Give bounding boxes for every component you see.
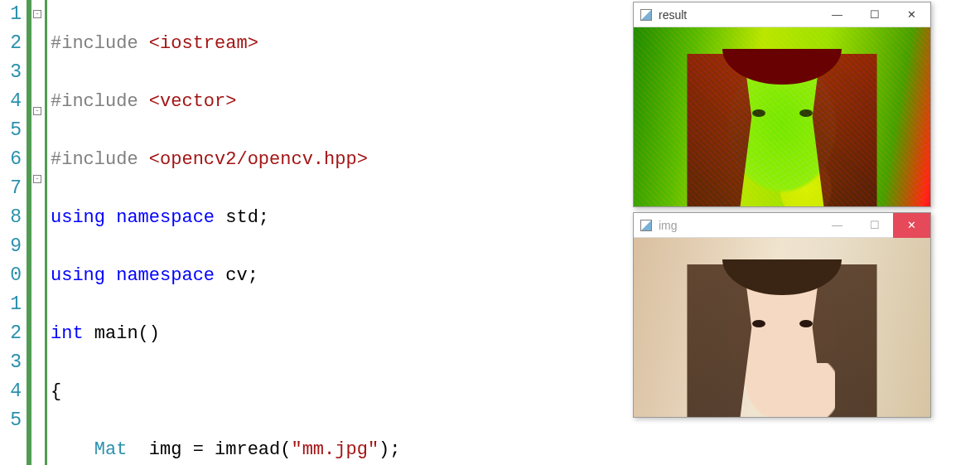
line-number: 5 bbox=[0, 406, 27, 435]
image-viewport bbox=[634, 27, 930, 206]
source-image bbox=[634, 238, 930, 417]
code-area[interactable]: #include <iostream> #include <vector> #i… bbox=[47, 0, 499, 465]
line-number: 8 bbox=[0, 203, 27, 232]
line-number: 2 bbox=[0, 29, 27, 58]
code-line[interactable]: Mat img = imread("mm.jpg"); bbox=[51, 435, 499, 464]
minimize-button[interactable]: — bbox=[818, 213, 856, 238]
titlebar[interactable]: result — ☐ ✕ bbox=[634, 2, 930, 27]
line-number: 5 bbox=[0, 116, 27, 145]
code-line[interactable]: using namespace std; bbox=[51, 203, 499, 232]
fold-toggle-icon[interactable]: - bbox=[33, 107, 41, 115]
line-number: 0 bbox=[0, 261, 27, 290]
window-title: result bbox=[659, 8, 818, 22]
image-viewport bbox=[634, 238, 930, 417]
minimize-button[interactable]: — bbox=[818, 2, 856, 27]
line-number: 4 bbox=[0, 87, 27, 116]
line-number: 1 bbox=[0, 0, 27, 29]
code-line[interactable]: #include <opencv2/opencv.hpp> bbox=[51, 145, 499, 174]
output-window-img[interactable]: img — ☐ ✕ bbox=[633, 212, 931, 418]
line-number-gutter: 1 2 3 4 5 6 7 8 9 0 1 2 3 4 5 bbox=[0, 0, 27, 465]
result-image bbox=[634, 27, 930, 206]
code-line[interactable]: #include <iostream> bbox=[51, 29, 499, 58]
fold-toggle-icon[interactable]: - bbox=[33, 10, 41, 18]
fold-toggle-icon[interactable]: - bbox=[33, 175, 41, 183]
fold-column[interactable]: - - - bbox=[31, 0, 43, 465]
line-number: 9 bbox=[0, 232, 27, 261]
close-button[interactable]: ✕ bbox=[893, 213, 930, 238]
code-line[interactable]: { bbox=[51, 377, 499, 406]
maximize-button[interactable]: ☐ bbox=[856, 213, 893, 238]
line-number: 4 bbox=[0, 377, 27, 406]
maximize-button[interactable]: ☐ bbox=[856, 2, 893, 27]
line-number: 2 bbox=[0, 319, 27, 348]
line-number: 7 bbox=[0, 174, 27, 203]
app-icon bbox=[640, 220, 652, 231]
output-window-result[interactable]: result — ☐ ✕ bbox=[633, 2, 931, 207]
app-icon bbox=[640, 9, 652, 21]
line-number: 1 bbox=[0, 290, 27, 319]
code-line[interactable]: using namespace cv; bbox=[51, 261, 499, 290]
code-line[interactable]: #include <vector> bbox=[51, 87, 499, 116]
window-title: img bbox=[659, 219, 818, 232]
line-number: 3 bbox=[0, 58, 27, 87]
close-button[interactable]: ✕ bbox=[893, 2, 930, 27]
titlebar[interactable]: img — ☐ ✕ bbox=[634, 213, 930, 238]
code-line[interactable]: int main() bbox=[51, 319, 499, 348]
line-number: 6 bbox=[0, 145, 27, 174]
line-number: 3 bbox=[0, 348, 27, 377]
